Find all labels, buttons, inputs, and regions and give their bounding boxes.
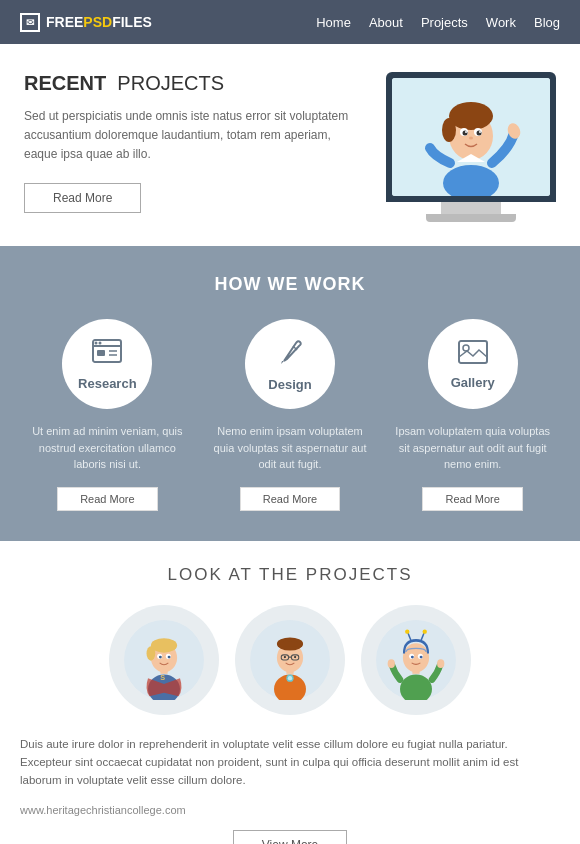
svg-point-52 — [405, 629, 409, 633]
nav-about[interactable]: About — [369, 15, 403, 30]
monitor-screen-container — [386, 72, 556, 202]
research-icon — [91, 338, 123, 372]
research-description: Ut enim ad minim veniam, quis nostrud ex… — [24, 423, 191, 473]
svg-point-20 — [99, 341, 102, 344]
how-card-gallery: Gallery Ipsam voluptatem quia voluptas s… — [389, 319, 556, 511]
svg-point-44 — [294, 656, 296, 658]
svg-point-12 — [469, 137, 473, 140]
design-read-more-button[interactable]: Read More — [240, 487, 340, 511]
logo-icon: ✉ — [20, 13, 40, 32]
monitor-base — [426, 214, 516, 222]
brand-name: FREEPSDFILES — [46, 14, 152, 30]
brand-free: FREE — [46, 14, 83, 30]
how-card-research: Research Ut enim ad minim veniam, quis n… — [24, 319, 191, 511]
nav-projects[interactable]: Projects — [421, 15, 468, 30]
main-nav: Home About Projects Work Blog — [316, 15, 560, 30]
svg-point-10 — [465, 131, 467, 133]
monitor-screen — [392, 78, 550, 196]
svg-point-33 — [168, 655, 171, 658]
avatar-2 — [235, 605, 345, 715]
recent-read-more-button[interactable]: Read More — [24, 183, 141, 213]
recent-title-bold: RECENT — [24, 72, 106, 94]
gallery-label: Gallery — [451, 375, 495, 390]
nav-home[interactable]: Home — [316, 15, 351, 30]
gallery-circle: Gallery — [428, 319, 518, 409]
projects-link[interactable]: www.heritagechristiancollege.com — [20, 804, 560, 816]
svg-point-60 — [437, 659, 444, 668]
recent-projects-description: Sed ut perspiciatis unde omnis iste natu… — [24, 107, 366, 165]
svg-point-58 — [420, 655, 423, 658]
research-circle: Research — [62, 319, 152, 409]
section-recent-projects: RECENT PROJECTS Sed ut perspiciatis unde… — [0, 44, 580, 246]
svg-point-4 — [449, 102, 493, 130]
svg-point-9 — [477, 131, 482, 136]
svg-text:S: S — [160, 672, 165, 681]
svg-point-23 — [463, 345, 469, 351]
design-label: Design — [268, 377, 311, 392]
nav-work[interactable]: Work — [486, 15, 516, 30]
svg-rect-22 — [459, 341, 487, 363]
avatar-3 — [361, 605, 471, 715]
svg-point-43 — [284, 656, 286, 658]
how-we-work-title: HOW WE WORK — [24, 274, 556, 295]
how-card-design: Design Nemo enim ipsam voluptatem quia v… — [207, 319, 374, 511]
cartoon-illustration — [392, 78, 550, 196]
avatar-3-image — [376, 620, 456, 700]
svg-point-50 — [403, 643, 429, 672]
brand-psd: PSD — [83, 14, 112, 30]
research-label: Research — [78, 376, 137, 391]
avatar-1-image: S — [124, 620, 204, 700]
avatar-1: S — [109, 605, 219, 715]
svg-point-59 — [388, 659, 395, 668]
how-cards-container: Research Ut enim ad minim veniam, quis n… — [24, 319, 556, 511]
gallery-description: Ipsam voluptatem quia voluptas sit asper… — [389, 423, 556, 473]
logo: ✉ FREEPSDFILES — [20, 13, 152, 32]
design-circle: Design — [245, 319, 335, 409]
project-avatars-container: S — [20, 605, 560, 715]
monitor-display — [386, 72, 556, 222]
svg-point-46 — [288, 676, 292, 680]
svg-point-11 — [479, 131, 481, 133]
svg-point-8 — [463, 131, 468, 136]
nav-blog[interactable]: Blog — [534, 15, 560, 30]
gallery-read-more-button[interactable]: Read More — [422, 487, 522, 511]
view-more-button[interactable]: View More — [233, 830, 347, 844]
recent-projects-content: RECENT PROJECTS Sed ut perspiciatis unde… — [24, 72, 366, 213]
recent-projects-title: RECENT PROJECTS — [24, 72, 366, 95]
projects-description: Duis aute irure dolor in reprehenderit i… — [20, 735, 560, 790]
section-look-at-projects: LOOK AT THE PROJECTS — [0, 541, 580, 845]
svg-point-57 — [411, 655, 414, 658]
svg-point-32 — [159, 655, 162, 658]
avatar-2-image — [250, 620, 330, 700]
gallery-icon — [457, 339, 489, 371]
research-read-more-button[interactable]: Read More — [57, 487, 157, 511]
brand-files: FILES — [112, 14, 152, 30]
recent-title-normal: PROJECTS — [117, 72, 224, 94]
monitor-stand — [441, 202, 501, 214]
svg-point-5 — [442, 118, 456, 142]
look-at-projects-title: LOOK AT THE PROJECTS — [20, 565, 560, 585]
svg-point-29 — [147, 646, 156, 661]
header: ✉ FREEPSDFILES Home About Projects Work … — [0, 0, 580, 44]
design-description: Nemo enim ipsam voluptatem quia voluptas… — [207, 423, 374, 473]
svg-point-54 — [423, 629, 427, 633]
section-how-we-work: HOW WE WORK Research Ut eni — [0, 246, 580, 541]
design-icon — [276, 337, 304, 373]
svg-rect-16 — [97, 350, 105, 356]
svg-point-19 — [95, 341, 98, 344]
